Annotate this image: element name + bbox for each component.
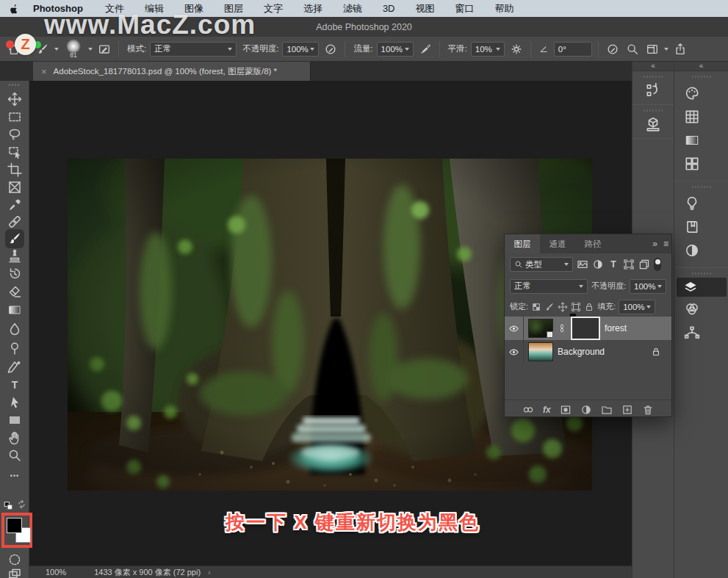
quick-mask-icon[interactable] xyxy=(7,552,22,567)
zoom-level-value[interactable]: 100% xyxy=(46,568,66,577)
tab-channels[interactable]: 通道 xyxy=(540,234,575,253)
learn-panel-icon[interactable] xyxy=(684,195,700,212)
filter-shape-layers-icon[interactable] xyxy=(623,259,635,270)
filter-toggle-switch[interactable] xyxy=(654,258,661,271)
lock-artboard-icon[interactable] xyxy=(571,302,581,312)
filter-smart-objects-icon[interactable] xyxy=(638,259,650,270)
menu-type[interactable]: 文字 xyxy=(253,2,293,15)
new-group-icon[interactable] xyxy=(601,404,613,416)
type-tool[interactable]: T xyxy=(7,377,22,392)
tab-layers[interactable]: 图层 xyxy=(505,234,540,253)
menu-filter[interactable]: 滤镜 xyxy=(333,2,372,15)
eraser-tool[interactable] xyxy=(7,284,22,299)
layer-row-background[interactable]: Background xyxy=(505,340,671,364)
layer-mask-selected-frame[interactable] xyxy=(571,317,600,340)
filter-adjustment-layers-icon[interactable] xyxy=(592,259,604,270)
smoothing-options-gear-icon[interactable] xyxy=(508,41,525,57)
brush-tool[interactable] xyxy=(7,231,22,246)
blend-mode-select[interactable]: 正常 xyxy=(150,42,237,57)
object-selection-tool[interactable] xyxy=(7,145,22,159)
menu-select[interactable]: 选择 xyxy=(293,2,333,15)
menu-view[interactable]: 视图 xyxy=(406,2,445,15)
history-panel-icon[interactable] xyxy=(645,82,661,98)
layer-thumbnail[interactable] xyxy=(528,319,553,338)
smoothing-select[interactable]: 10% xyxy=(471,42,505,57)
panel-grip[interactable] xyxy=(644,76,663,78)
blur-tool[interactable] xyxy=(7,322,22,336)
dodge-tool[interactable] xyxy=(7,341,22,355)
menu-image[interactable]: 图像 xyxy=(174,2,214,15)
gradient-tool[interactable] xyxy=(7,303,22,317)
mask-link-icon[interactable] xyxy=(558,322,566,335)
opacity-select[interactable]: 100% xyxy=(282,42,319,57)
libraries-panel-icon[interactable] xyxy=(684,219,700,235)
tab-paths[interactable]: 路径 xyxy=(575,234,610,253)
layer-name[interactable]: Background xyxy=(558,347,605,357)
layer-visibility-cell[interactable] xyxy=(505,340,524,364)
brush-preset-picker[interactable]: 81 xyxy=(62,39,84,59)
menu-help[interactable]: 帮助 xyxy=(485,2,525,15)
document-tab[interactable]: × AdobeStock_181778013.psd @ 100% (fores… xyxy=(33,62,311,81)
layer-thumbnail[interactable] xyxy=(528,342,553,361)
path-selection-tool[interactable] xyxy=(7,395,22,410)
filter-type-layers-icon[interactable]: T xyxy=(608,259,619,270)
layer-style-icon[interactable]: fx xyxy=(543,405,551,415)
new-layer-icon[interactable] xyxy=(621,404,633,416)
chevron-down-icon[interactable] xyxy=(88,48,93,51)
patterns-panel-icon[interactable] xyxy=(684,156,700,172)
collapse-panels-icon[interactable]: « xyxy=(674,62,728,71)
rectangle-tool[interactable] xyxy=(7,413,22,427)
flow-select[interactable]: 100% xyxy=(377,42,414,57)
swap-colors-icon[interactable] xyxy=(17,499,26,509)
new-adjustment-layer-icon[interactable] xyxy=(580,404,592,416)
frame-tool[interactable] xyxy=(7,180,22,195)
close-window-button[interactable] xyxy=(6,40,14,48)
screen-mode-icon[interactable] xyxy=(7,567,22,578)
panel-grip[interactable] xyxy=(692,272,711,275)
layers-panel-icon[interactable] xyxy=(677,278,727,297)
menu-photoshop[interactable]: Photoshop xyxy=(33,3,95,14)
apple-icon[interactable] xyxy=(10,3,20,15)
adjustments-panel-icon[interactable] xyxy=(684,242,700,259)
panel-menu-icon[interactable]: ≡ xyxy=(660,234,671,253)
status-options-chevron[interactable]: › xyxy=(208,568,211,577)
layer-visibility-cell[interactable] xyxy=(505,317,524,340)
close-tab-icon[interactable]: × xyxy=(41,67,47,76)
airbrush-icon[interactable] xyxy=(417,41,433,57)
channels-panel-icon[interactable] xyxy=(684,301,700,317)
paths-panel-icon[interactable] xyxy=(684,325,700,341)
panel-grip[interactable] xyxy=(644,109,663,112)
opacity-pressure-icon[interactable] xyxy=(322,41,339,57)
collapse-panels-icon[interactable]: « xyxy=(633,62,674,71)
search-icon[interactable] xyxy=(624,41,641,57)
layer-opacity-select[interactable]: 100% xyxy=(630,279,666,294)
zoom-tool[interactable] xyxy=(7,448,22,463)
add-layer-mask-icon[interactable] xyxy=(560,404,572,416)
lock-all-icon[interactable] xyxy=(584,302,594,312)
share-icon[interactable] xyxy=(672,41,688,57)
history-brush-tool[interactable] xyxy=(7,267,22,281)
hand-tool[interactable] xyxy=(7,430,22,445)
menu-window[interactable]: 窗口 xyxy=(445,2,485,15)
lock-paint-icon[interactable] xyxy=(544,302,555,312)
workspace-switcher-icon[interactable] xyxy=(644,41,660,57)
pen-tool[interactable] xyxy=(7,360,22,375)
brush-settings-panel-icon[interactable] xyxy=(96,41,112,57)
filter-type-select[interactable]: 类型 xyxy=(510,257,573,272)
lock-transparency-icon[interactable] xyxy=(531,302,541,312)
menu-edit[interactable]: 编辑 xyxy=(134,2,174,15)
eyedropper-tool[interactable] xyxy=(7,198,22,212)
clone-stamp-tool[interactable] xyxy=(7,249,22,264)
link-layers-icon[interactable] xyxy=(522,404,534,416)
delete-layer-icon[interactable] xyxy=(642,404,654,416)
size-pressure-icon[interactable] xyxy=(605,41,621,57)
lock-position-icon[interactable] xyxy=(558,302,568,312)
layer-row-forest[interactable]: forest xyxy=(505,317,671,340)
crop-tool[interactable] xyxy=(7,162,22,177)
color-panel-icon[interactable] xyxy=(684,85,700,101)
layer-fill-select[interactable]: 100% xyxy=(619,300,655,314)
menu-layer[interactable]: 图层 xyxy=(214,2,253,15)
chevron-down-icon[interactable] xyxy=(664,48,668,51)
brush-angle-input[interactable]: 0° xyxy=(554,42,592,57)
healing-brush-tool[interactable] xyxy=(7,214,22,229)
